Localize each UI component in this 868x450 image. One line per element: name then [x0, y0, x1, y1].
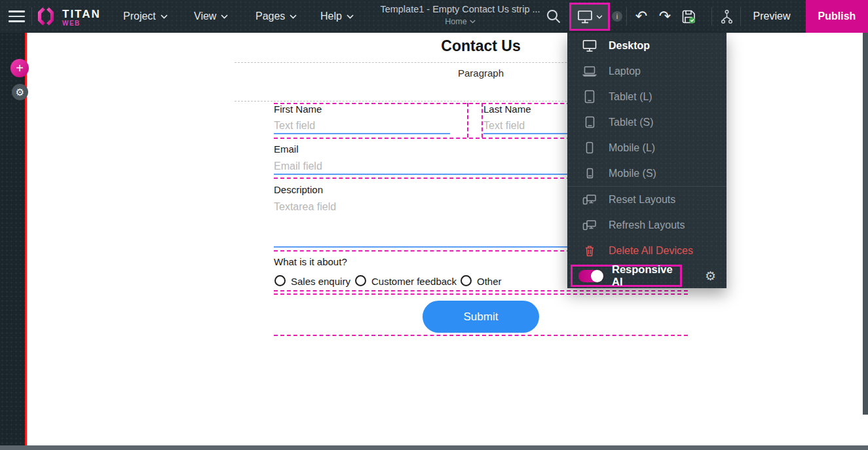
divider: [740, 7, 741, 26]
last-name-field[interactable]: Text field: [483, 120, 525, 132]
menu-project[interactable]: Project: [123, 0, 168, 33]
menu-item-label: Mobile (S): [609, 168, 656, 179]
radio-sales-enquiry[interactable]: [274, 275, 286, 286]
tablet-small-icon: [582, 116, 597, 128]
logo-subtitle: WEB: [62, 20, 101, 28]
device-selector-button[interactable]: [569, 3, 610, 31]
menu-item-delete-all-devices[interactable]: Delete All Devices: [567, 238, 726, 263]
responsive-ai-control[interactable]: Responsive AI: [571, 265, 682, 287]
chevron-down-icon: [290, 14, 297, 19]
radio-customer-feedback-label: Customer feedback: [371, 276, 457, 287]
menu-item-mobile-s[interactable]: Mobile (S): [567, 160, 726, 186]
menu-item-label: Desktop: [609, 40, 650, 52]
selection-guide: [274, 290, 688, 291]
email-label: Email: [274, 143, 299, 155]
titan-logo-icon: [36, 6, 56, 29]
menu-pages-label: Pages: [255, 10, 285, 22]
last-name-label: Last Name: [483, 103, 531, 115]
email-field[interactable]: Email field: [274, 160, 322, 172]
gear-icon: ⚙: [16, 86, 24, 98]
add-element-button[interactable]: +: [10, 59, 29, 77]
radio-group-label: What is it about?: [274, 256, 347, 267]
project-title: Template1 - Empty Contact Us strip ...: [357, 4, 563, 15]
menu-help[interactable]: Help: [320, 0, 354, 33]
save-icon[interactable]: [677, 0, 700, 33]
logo-title: TITAN: [62, 9, 101, 20]
plus-icon: +: [16, 61, 24, 76]
reset-layouts-icon: [582, 194, 597, 206]
chevron-down-icon: [470, 20, 476, 24]
menu-item-label: Tablet (L): [609, 91, 652, 103]
menu-item-tablet-l[interactable]: Tablet (L): [567, 84, 726, 109]
menu-item-label: Refresh Layouts: [609, 219, 685, 231]
divider: [626, 7, 627, 26]
first-name-field[interactable]: Text field: [274, 120, 315, 132]
mobile-large-icon: [582, 141, 597, 154]
breadcrumb[interactable]: Template1 - Empty Contact Us strip ... H…: [357, 4, 563, 27]
info-icon[interactable]: i: [612, 11, 622, 22]
first-name-underline: [274, 133, 450, 134]
menu-item-refresh-layouts[interactable]: Refresh Layouts: [567, 212, 726, 238]
responsive-ai-toggle[interactable]: [578, 270, 603, 282]
responsive-ai-row: Responsive AI ⚙: [567, 263, 726, 288]
menu-item-label: Laptop: [609, 66, 641, 77]
preview-button[interactable]: Preview: [744, 0, 799, 33]
selection-guide: [274, 335, 688, 336]
menu-view-label: View: [194, 10, 216, 22]
hamburger-menu-icon[interactable]: [9, 10, 25, 22]
vertical-scrollbar[interactable]: [863, 33, 868, 415]
tablet-large-icon: [582, 90, 597, 103]
menu-item-tablet-s[interactable]: Tablet (S): [567, 109, 726, 135]
responsive-ai-settings-gear-icon[interactable]: ⚙: [705, 269, 716, 284]
selection-guide: [274, 293, 688, 295]
chevron-down-icon: [221, 14, 228, 19]
radio-other-label: Other: [477, 276, 502, 287]
radio-sales-enquiry-label: Sales enquiry: [291, 276, 350, 287]
responsive-ai-label: Responsive AI: [612, 263, 680, 288]
menu-item-label: Tablet (S): [609, 117, 653, 128]
settings-button[interactable]: ⚙: [12, 84, 28, 100]
toggle-knob: [591, 270, 603, 282]
refresh-layouts-icon: [582, 219, 597, 231]
menu-item-label: Mobile (L): [609, 142, 655, 154]
menu-item-mobile-l[interactable]: Mobile (L): [567, 135, 726, 160]
top-toolbar: TITAN WEB Project View Pages Help Templa…: [0, 0, 868, 33]
menu-view[interactable]: View: [194, 0, 228, 33]
menu-help-label: Help: [320, 10, 342, 22]
divider: [31, 7, 32, 26]
chevron-down-icon: [596, 15, 603, 19]
info-glyph: i: [616, 12, 618, 20]
search-icon[interactable]: [546, 9, 561, 24]
horizontal-scrollbar[interactable]: [0, 445, 868, 450]
laptop-icon: [582, 66, 597, 77]
chevron-down-icon: [347, 14, 354, 19]
undo-icon[interactable]: ↶: [630, 0, 652, 33]
chevron-down-icon: [160, 14, 168, 19]
selection-guide: [467, 103, 468, 138]
menu-item-label: Reset Layouts: [609, 194, 675, 206]
current-page-label: Home: [445, 17, 466, 26]
menu-item-label: Delete All Devices: [609, 245, 693, 257]
redo-icon[interactable]: ↷: [654, 0, 676, 33]
desktop-icon: [577, 9, 594, 25]
submit-button[interactable]: Submit: [423, 301, 539, 333]
titan-web-logo: TITAN WEB: [36, 6, 101, 29]
selection-guide: [481, 103, 483, 138]
publish-button[interactable]: Publish: [806, 0, 868, 33]
description-label: Description: [274, 184, 323, 195]
menu-project-label: Project: [123, 10, 156, 22]
menu-item-desktop[interactable]: Desktop: [567, 33, 726, 58]
divider: [711, 7, 712, 26]
menu-item-reset-layouts[interactable]: Reset Layouts: [567, 187, 726, 212]
device-dropdown-menu: Desktop Laptop Tablet (L) Tablet (S) Mob…: [567, 33, 726, 288]
mobile-small-icon: [582, 168, 597, 179]
version-branch-icon[interactable]: [715, 0, 738, 33]
desktop-icon: [582, 39, 597, 52]
radio-other[interactable]: [461, 275, 472, 286]
description-field[interactable]: Textarea field: [274, 201, 336, 213]
menu-item-laptop[interactable]: Laptop: [567, 58, 726, 84]
menu-pages[interactable]: Pages: [255, 0, 297, 33]
trash-icon: [582, 245, 597, 257]
radio-customer-feedback[interactable]: [355, 275, 366, 286]
first-name-label: First Name: [274, 103, 322, 115]
